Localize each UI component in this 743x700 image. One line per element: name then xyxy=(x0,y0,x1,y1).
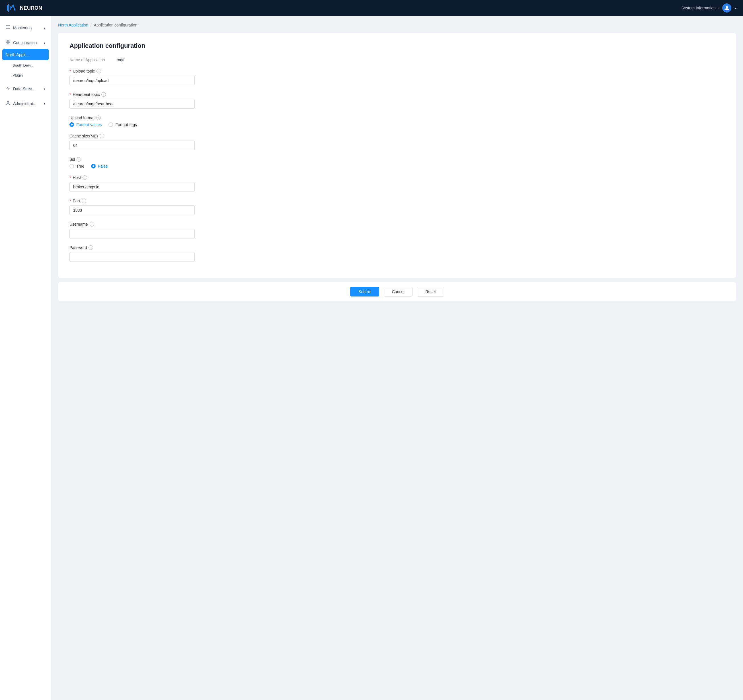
heartbeat-topic-input[interactable] xyxy=(70,99,195,109)
username-text: Username xyxy=(70,222,88,226)
heartbeat-topic-label: * Heartbeat topic i xyxy=(70,92,725,97)
sidebar-section-monitoring: Monitoring ▾ xyxy=(0,21,51,35)
chevron-down-icon: ▾ xyxy=(44,27,45,30)
cache-size-label: Cache size(MB) i xyxy=(70,134,725,138)
sidebar-item-configuration[interactable]: Configuration ▴ xyxy=(0,37,51,49)
name-of-application-value: mqtt xyxy=(117,58,124,62)
upload-topic-info-icon[interactable]: i xyxy=(96,69,101,74)
cache-size-text: Cache size(MB) xyxy=(70,134,98,138)
sidebar-item-configuration-label: Configuration xyxy=(13,40,37,45)
upload-format-label: Upload format i xyxy=(70,115,725,120)
heartbeat-topic-group: * Heartbeat topic i xyxy=(70,92,725,109)
sidebar-section-datastream: Data Strea... ▾ xyxy=(0,81,51,96)
format-values-radio[interactable] xyxy=(70,123,74,127)
port-group: * Port i xyxy=(70,199,725,215)
sidebar: Monitoring ▾ Configuration ▴ North App xyxy=(0,16,51,700)
sidebar-item-monitoring[interactable]: Monitoring ▾ xyxy=(0,22,51,34)
user-avatar[interactable] xyxy=(722,3,731,13)
port-text: Port xyxy=(73,199,80,203)
submit-button[interactable]: Submit xyxy=(350,287,379,297)
sidebar-item-administrat-label: Administrat... xyxy=(13,101,36,106)
sidebar-item-north-appli[interactable]: North Appli... xyxy=(2,49,49,60)
ssl-true-radio[interactable] xyxy=(70,164,74,168)
svg-rect-8 xyxy=(8,43,10,44)
sidebar-item-south-devi[interactable]: South Devi... xyxy=(0,60,51,70)
cancel-button[interactable]: Cancel xyxy=(384,287,413,297)
sidebar-item-south-devi-label: South Devi... xyxy=(13,63,34,68)
password-label: Password i xyxy=(70,245,725,250)
sidebar-item-plugin[interactable]: Plugin xyxy=(0,70,51,80)
host-text: Host xyxy=(73,175,81,180)
ssl-radio-group: True False xyxy=(70,164,725,168)
chevron-down-icon: ▾ xyxy=(44,87,45,90)
svg-rect-0 xyxy=(7,5,8,11)
sidebar-item-data-stream[interactable]: Data Strea... ▾ xyxy=(0,83,51,95)
sidebar-item-monitoring-label: Monitoring xyxy=(13,26,32,30)
password-input[interactable] xyxy=(70,252,195,262)
upload-topic-input[interactable] xyxy=(70,76,195,86)
username-info-icon[interactable]: i xyxy=(90,222,94,226)
breadcrumb: North Application / Application configur… xyxy=(58,23,736,27)
port-info-icon[interactable]: i xyxy=(82,199,86,203)
sidebar-section-configuration: Configuration ▴ North Appli... South Dev… xyxy=(0,35,51,81)
sidebar-item-datastream-label: Data Strea... xyxy=(13,87,36,91)
chevron-down-icon: ▾ xyxy=(44,102,45,105)
format-tags-label: Format-tags xyxy=(115,123,137,127)
chevron-up-icon: ▴ xyxy=(44,41,45,44)
monitor-icon xyxy=(6,25,10,31)
required-star: * xyxy=(70,199,71,203)
ssl-info-icon[interactable]: i xyxy=(77,157,81,162)
chevron-down-icon[interactable]: ▾ xyxy=(735,7,736,10)
format-tags-option[interactable]: Format-tags xyxy=(108,123,137,127)
upload-format-info-icon[interactable]: i xyxy=(96,115,101,120)
admin-icon xyxy=(6,101,10,106)
ssl-true-label: True xyxy=(76,164,84,168)
name-of-application-label: Name of Application xyxy=(70,58,112,62)
svg-rect-7 xyxy=(6,43,8,44)
ssl-true-option[interactable]: True xyxy=(70,164,84,168)
username-label: Username i xyxy=(70,222,725,226)
sidebar-section-administrat: Administrat... ▾ xyxy=(0,96,51,111)
breadcrumb-separator: / xyxy=(90,23,92,27)
host-input[interactable] xyxy=(70,182,195,192)
password-info-icon[interactable]: i xyxy=(89,245,93,250)
port-label: * Port i xyxy=(70,199,725,203)
required-star: * xyxy=(70,175,71,180)
breadcrumb-current: Application configuration xyxy=(94,23,138,27)
format-values-label: Format-values xyxy=(76,123,102,127)
sidebar-item-plugin-label: Plugin xyxy=(13,73,23,77)
header: NEURON System Information ▾ ▾ xyxy=(0,0,743,16)
footer-actions: Submit Cancel Reset xyxy=(58,282,736,301)
svg-rect-6 xyxy=(8,40,10,42)
config-icon xyxy=(6,40,10,46)
page-title: Application configuration xyxy=(70,42,725,50)
heartbeat-topic-text: Heartbeat topic xyxy=(73,92,100,97)
required-star: * xyxy=(70,69,71,74)
port-input[interactable] xyxy=(70,205,195,215)
svg-rect-5 xyxy=(6,40,8,42)
logo-icon xyxy=(7,4,17,12)
cache-size-input[interactable] xyxy=(70,140,195,150)
chevron-down-icon: ▾ xyxy=(717,7,719,10)
username-input[interactable] xyxy=(70,229,195,238)
name-of-application-row: Name of Application mqtt xyxy=(70,58,725,62)
ssl-false-radio[interactable] xyxy=(91,164,96,168)
heartbeat-topic-info-icon[interactable]: i xyxy=(101,92,106,97)
reset-button[interactable]: Reset xyxy=(417,287,444,297)
svg-rect-1 xyxy=(8,4,9,12)
svg-rect-4 xyxy=(6,26,10,28)
logo: NEURON xyxy=(7,4,42,12)
format-tags-radio[interactable] xyxy=(108,123,113,127)
system-info-button[interactable]: System Information ▾ xyxy=(681,6,719,10)
breadcrumb-link[interactable]: North Application xyxy=(58,23,88,27)
host-info-icon[interactable]: i xyxy=(83,175,87,180)
layout: Monitoring ▾ Configuration ▴ North App xyxy=(0,0,743,700)
cache-size-info-icon[interactable]: i xyxy=(100,134,104,138)
form-card: Application configuration Name of Applic… xyxy=(58,33,736,278)
upload-topic-group: * Upload topic i xyxy=(70,69,725,86)
upload-format-group: Upload format i Format-values Format-tag… xyxy=(70,115,725,127)
format-values-option[interactable]: Format-values xyxy=(70,123,102,127)
ssl-false-option[interactable]: False xyxy=(91,164,108,168)
sidebar-item-administrat[interactable]: Administrat... ▾ xyxy=(0,97,51,110)
header-right: System Information ▾ ▾ xyxy=(681,3,736,13)
